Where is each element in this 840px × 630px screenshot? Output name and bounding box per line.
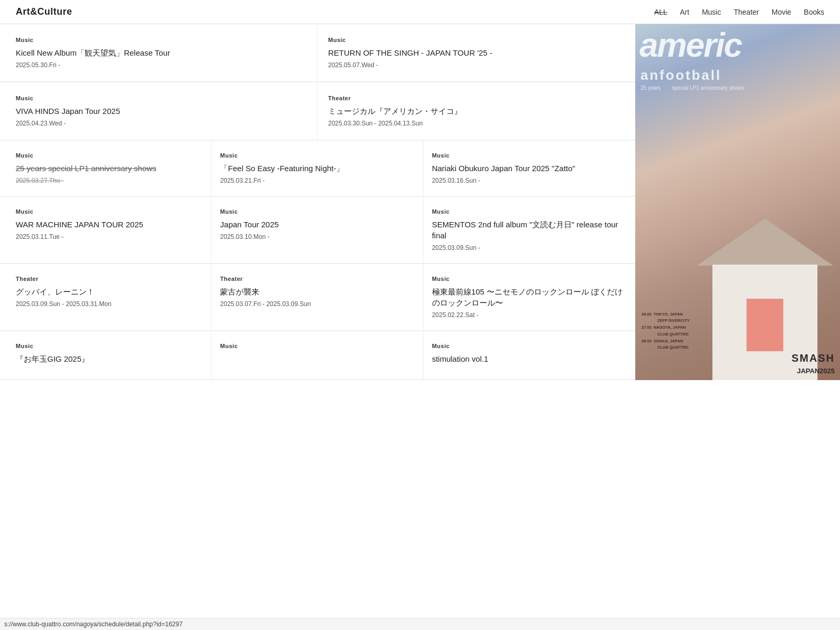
item-title: Japan Tour 2025 bbox=[220, 219, 414, 230]
row-3: Music 25 years special LP1 anniversary s… bbox=[0, 141, 635, 197]
item-r5c1[interactable]: Theater グッバイ、レーニン！ 2025.03.09.Sun - 2025… bbox=[0, 264, 212, 331]
row-1: Music Kicell New Album「観天望気」Release Tour… bbox=[0, 24, 635, 82]
featured-subtitle: special LP1 anniversary shows bbox=[672, 85, 744, 91]
item-category: Music bbox=[432, 276, 627, 282]
item-r3c3[interactable]: Music Nariaki Obukuro Japan Tour 2025 "Z… bbox=[424, 141, 635, 196]
item-r2c2[interactable]: Theater ミュージカル『アメリカン・サイコ』 2025.03.30.Sun… bbox=[318, 82, 635, 140]
row-2: Music VIVA HINDS Japan Tour 2025 2025.04… bbox=[0, 82, 635, 141]
main-nav: ALL Art Music Theater Movie Books bbox=[654, 8, 824, 16]
item-category: Theater bbox=[220, 276, 414, 282]
item-category: Music bbox=[16, 343, 203, 349]
item-date: 2025.03.27.Thu - bbox=[16, 177, 203, 184]
row-4: Music WAR MACHINE JAPAN TOUR 2025 2025.0… bbox=[0, 197, 635, 264]
item-category: Theater bbox=[16, 276, 203, 282]
item-title: 「Feel So Easy -Featuring Night-」 bbox=[220, 163, 414, 174]
item-date: 2025.05.07.Wed - bbox=[328, 61, 625, 69]
item-title: Nariaki Obukuro Japan Tour 2025 "Zatto" bbox=[432, 163, 627, 174]
nav-art[interactable]: Art bbox=[680, 8, 689, 16]
item-r1c2[interactable]: Music RETURN OF THE SINGH - JAPAN TOUR '… bbox=[318, 24, 635, 82]
item-category: Music bbox=[220, 343, 414, 349]
row-6: Music 『お年玉GIG 2025』 Music Music stimulat… bbox=[0, 331, 635, 380]
item-date: 2025.05.30.Fri - bbox=[16, 61, 307, 69]
item-category: Music bbox=[220, 208, 414, 215]
item-title: WAR MACHINE JAPAN TOUR 2025 bbox=[16, 219, 203, 230]
item-date: 2025.03.30.Sun - 2025.04.13.Sun bbox=[328, 120, 625, 127]
japan-label: JAPAN2025 bbox=[797, 367, 835, 375]
item-date: 2025.03.09.Sun - bbox=[432, 244, 627, 251]
item-title: グッバイ、レーニン！ bbox=[16, 286, 203, 297]
item-date: 2025.03.09.Sun - 2025.03.31.Mon bbox=[16, 300, 203, 308]
site-logo[interactable]: Art&Culture bbox=[16, 6, 72, 17]
item-category: Music bbox=[16, 37, 307, 43]
item-category: Music bbox=[16, 208, 203, 215]
featured-image-panel[interactable]: americ anfootball 25 years special LP1 a… bbox=[635, 24, 840, 380]
nav-all[interactable]: ALL bbox=[654, 8, 667, 16]
item-date: 2025.03.16.Sun - bbox=[432, 177, 627, 184]
item-r1c1[interactable]: Music Kicell New Album「観天望気」Release Tour… bbox=[0, 24, 318, 82]
item-date: 2025.03.10.Mon - bbox=[220, 233, 414, 240]
item-r3c1[interactable]: Music 25 years special LP1 anniversary s… bbox=[0, 141, 212, 196]
item-r4c1[interactable]: Music WAR MACHINE JAPAN TOUR 2025 2025.0… bbox=[0, 197, 212, 264]
item-r2c1[interactable]: Music VIVA HINDS Japan Tour 2025 2025.04… bbox=[0, 82, 318, 140]
item-date: 2025.03.21.Fri - bbox=[220, 177, 414, 184]
item-date: 2025.04.23.Wed - bbox=[16, 120, 307, 127]
item-title: VIVA HINDS Japan Tour 2025 bbox=[16, 106, 307, 117]
item-category: Music bbox=[220, 152, 414, 159]
featured-title-sub: anfootball bbox=[640, 67, 721, 83]
item-date: 2025.02.22.Sat - bbox=[432, 311, 627, 319]
smash-label: SMASH bbox=[792, 352, 835, 364]
item-title: 極東最前線105 〜ニセモノのロックンロール ぼくだけのロックンロール〜 bbox=[432, 286, 627, 308]
featured-years: 25 years bbox=[640, 85, 660, 91]
item-title: SEMENTOS 2nd full album "文読む月日" release … bbox=[432, 219, 627, 241]
nav-movie[interactable]: Movie bbox=[772, 8, 791, 16]
item-title: Kicell New Album「観天望気」Release Tour bbox=[16, 47, 307, 58]
item-category: Music bbox=[16, 152, 203, 159]
item-title: 蒙古が襲来 bbox=[220, 286, 414, 297]
item-category: Music bbox=[16, 95, 307, 101]
item-category: Theater bbox=[328, 95, 625, 101]
site-header: Art&Culture ALL Art Music Theater Movie … bbox=[0, 0, 840, 24]
item-r5c3[interactable]: Music 極東最前線105 〜ニセモノのロックンロール ぼくだけのロックンロー… bbox=[424, 264, 635, 331]
item-title: stimulation vol.1 bbox=[432, 353, 627, 364]
item-r6c3[interactable]: Music stimulation vol.1 bbox=[424, 331, 635, 380]
item-r5c2[interactable]: Theater 蒙古が襲来 2025.03.07.Fri - 2025.03.0… bbox=[212, 264, 423, 331]
row-5: Theater グッバイ、レーニン！ 2025.03.09.Sun - 2025… bbox=[0, 264, 635, 331]
item-r4c2[interactable]: Music Japan Tour 2025 2025.03.10.Mon - bbox=[212, 197, 423, 264]
item-date: 2025.03.07.Fri - 2025.03.09.Sun bbox=[220, 300, 414, 308]
item-category: Music bbox=[432, 343, 627, 349]
item-category: Music bbox=[328, 37, 625, 43]
item-category: Music bbox=[432, 152, 627, 159]
item-r3c2[interactable]: Music 「Feel So Easy -Featuring Night-」 2… bbox=[212, 141, 423, 196]
main-wrapper: Music Kicell New Album「観天望気」Release Tour… bbox=[0, 24, 840, 380]
item-r6c2[interactable]: Music bbox=[212, 331, 423, 380]
content-area: Music Kicell New Album「観天望気」Release Tour… bbox=[0, 24, 635, 380]
item-category: Music bbox=[432, 208, 627, 215]
item-title: RETURN OF THE SINGH - JAPAN TOUR '25 - bbox=[328, 47, 625, 58]
item-r6c1[interactable]: Music 『お年玉GIG 2025』 bbox=[0, 331, 212, 380]
nav-theater[interactable]: Theater bbox=[733, 8, 759, 16]
item-date: 2025.03.11.Tue - bbox=[16, 233, 203, 240]
tour-dates: 26.03 TOKYO, JAPAN ZEPP DIVERCITY 27.03 … bbox=[642, 311, 690, 352]
item-r4c3[interactable]: Music SEMENTOS 2nd full album "文読む月日" re… bbox=[424, 197, 635, 264]
nav-music[interactable]: Music bbox=[702, 8, 721, 16]
item-title: 『お年玉GIG 2025』 bbox=[16, 353, 203, 364]
item-title: 25 years special LP1 anniversary shows bbox=[16, 163, 203, 174]
featured-title-top: americ bbox=[639, 28, 741, 62]
item-title: ミュージカル『アメリカン・サイコ』 bbox=[328, 106, 625, 117]
nav-books[interactable]: Books bbox=[804, 8, 824, 16]
